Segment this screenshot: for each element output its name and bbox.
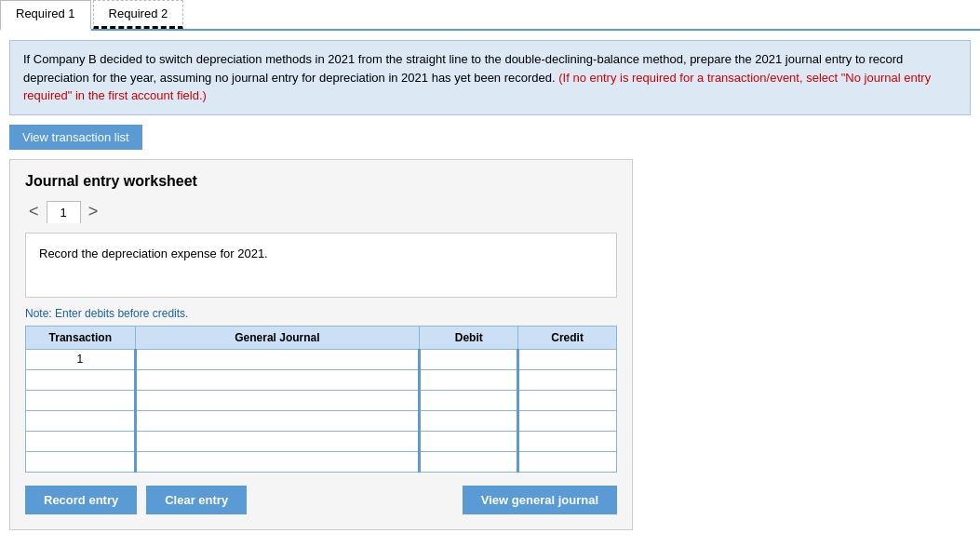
general-journal-cell[interactable] bbox=[135, 390, 420, 410]
table-row bbox=[26, 431, 617, 451]
debit-input[interactable] bbox=[424, 455, 513, 468]
transaction-cell bbox=[26, 431, 136, 451]
debit-input[interactable] bbox=[424, 434, 513, 447]
debit-input[interactable] bbox=[424, 353, 513, 366]
instruction-text: Record the depreciation expense for 2021… bbox=[39, 247, 268, 260]
worksheet-container: Journal entry worksheet < 1 > Record the… bbox=[9, 159, 633, 530]
view-general-journal-button[interactable]: View general journal bbox=[463, 486, 617, 514]
credit-input[interactable] bbox=[523, 393, 612, 407]
table-row bbox=[26, 410, 617, 431]
tab-required-1[interactable]: Required 1 bbox=[0, 0, 91, 31]
debit-input[interactable] bbox=[424, 414, 513, 427]
table-row bbox=[26, 451, 617, 472]
debit-cell[interactable] bbox=[420, 431, 518, 451]
col-header-debit: Debit bbox=[420, 326, 518, 349]
table-row bbox=[26, 369, 617, 390]
general-journal-cell[interactable] bbox=[135, 349, 420, 369]
general-journal-cell[interactable] bbox=[135, 369, 420, 390]
transaction-cell bbox=[26, 369, 136, 390]
credit-cell[interactable] bbox=[518, 451, 617, 472]
transaction-cell bbox=[26, 451, 136, 472]
credit-input[interactable] bbox=[523, 353, 612, 366]
debit-cell[interactable] bbox=[420, 390, 518, 410]
worksheet-title: Journal entry worksheet bbox=[25, 173, 617, 190]
action-buttons: Record entry Clear entry View general jo… bbox=[25, 486, 617, 514]
general-journal-cell[interactable] bbox=[135, 410, 420, 431]
next-arrow-button[interactable]: > bbox=[85, 202, 102, 221]
general-journal-cell[interactable] bbox=[135, 451, 420, 472]
col-header-transaction: Transaction bbox=[26, 326, 136, 349]
credit-cell[interactable] bbox=[518, 390, 617, 410]
tabs-bar: Required 1 Required 2 bbox=[0, 0, 980, 31]
transaction-cell bbox=[26, 390, 136, 410]
transaction-cell: 1 bbox=[26, 349, 136, 369]
general-journal-input[interactable] bbox=[142, 393, 415, 407]
credit-input[interactable] bbox=[523, 373, 612, 386]
credit-cell[interactable] bbox=[518, 369, 617, 390]
prev-arrow-button[interactable]: < bbox=[25, 202, 43, 221]
col-header-general-journal: General Journal bbox=[135, 326, 420, 349]
debit-cell[interactable] bbox=[420, 349, 518, 369]
col-header-credit: Credit bbox=[518, 326, 617, 349]
general-journal-input[interactable] bbox=[142, 373, 415, 386]
general-journal-input[interactable] bbox=[142, 455, 415, 468]
current-tab-number: 1 bbox=[47, 201, 81, 223]
credit-input[interactable] bbox=[523, 455, 612, 468]
credit-cell[interactable] bbox=[518, 410, 617, 431]
credit-input[interactable] bbox=[523, 414, 612, 427]
credit-cell[interactable] bbox=[518, 431, 617, 451]
credit-cell[interactable] bbox=[518, 349, 617, 369]
general-journal-input[interactable] bbox=[142, 353, 415, 366]
view-transaction-button[interactable]: View transaction list bbox=[9, 125, 142, 150]
record-entry-button[interactable]: Record entry bbox=[25, 486, 137, 514]
journal-table: Transaction General Journal Debit Credit… bbox=[25, 326, 617, 473]
tab-nav: < 1 > bbox=[25, 201, 617, 223]
general-journal-input[interactable] bbox=[142, 414, 415, 427]
debit-input[interactable] bbox=[424, 393, 513, 407]
general-journal-input[interactable] bbox=[142, 434, 415, 447]
general-journal-cell[interactable] bbox=[135, 431, 420, 451]
tab-required-2-label: Required 2 bbox=[109, 7, 168, 20]
table-row: 1 bbox=[26, 349, 617, 369]
tab-required-1-label: Required 1 bbox=[16, 7, 75, 20]
debit-cell[interactable] bbox=[420, 410, 518, 431]
tab-required-2[interactable]: Required 2 bbox=[93, 0, 184, 29]
transaction-cell bbox=[26, 410, 136, 431]
debit-cell[interactable] bbox=[420, 451, 518, 472]
table-row bbox=[26, 390, 617, 410]
credit-input[interactable] bbox=[523, 434, 612, 447]
debit-cell[interactable] bbox=[420, 369, 518, 390]
clear-entry-button[interactable]: Clear entry bbox=[146, 486, 247, 514]
instruction-box: Record the depreciation expense for 2021… bbox=[25, 233, 617, 298]
note-text: Note: Enter debits before credits. bbox=[25, 307, 617, 320]
info-box: If Company B decided to switch depreciat… bbox=[9, 40, 971, 115]
debit-input[interactable] bbox=[424, 373, 513, 386]
